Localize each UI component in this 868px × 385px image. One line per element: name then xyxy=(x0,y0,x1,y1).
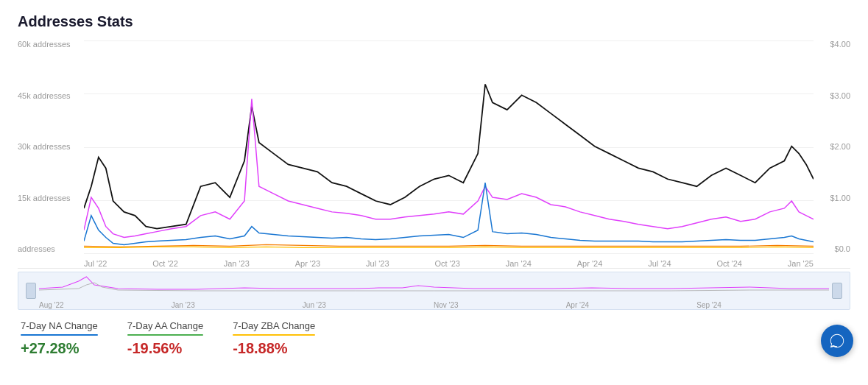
x-label-apr24: Apr '24 xyxy=(577,259,603,268)
stat-aa-value: -19.56% xyxy=(127,340,203,357)
x-label-oct23: Oct '23 xyxy=(434,259,460,268)
stat-na: 7-Day NA Change +27.28% xyxy=(21,320,98,357)
x-label-jul22: Jul '22 xyxy=(84,259,107,268)
mini-handle-left[interactable] xyxy=(26,283,36,299)
mini-x-nov23: Nov '23 xyxy=(434,301,459,309)
y-label-45k: 45k addresses xyxy=(18,92,71,100)
blue-line xyxy=(84,183,814,244)
x-label-jul24: Jul '24 xyxy=(648,259,671,268)
mini-x-jan23: Jan '23 xyxy=(172,301,195,309)
stat-zba-value: -18.88% xyxy=(233,340,315,357)
y-label-4: $4.00 xyxy=(830,40,850,49)
y-label-15k: 15k addresses xyxy=(18,194,71,202)
x-label-oct24: Oct '24 xyxy=(716,259,742,268)
chart-svg xyxy=(84,40,814,252)
stat-na-value: +27.28% xyxy=(21,340,98,357)
stat-aa-label: 7-Day AA Change xyxy=(127,320,203,331)
stat-aa: 7-Day AA Change -19.56% xyxy=(127,320,203,357)
stat-zba-underline xyxy=(233,334,315,336)
mini-x-apr24: Apr '24 xyxy=(566,301,589,309)
page-title: Addresses Stats xyxy=(18,13,850,30)
mini-chart-inner xyxy=(39,274,829,297)
y-label-2: $2.00 xyxy=(830,143,850,151)
pink-line xyxy=(84,99,814,237)
chat-icon xyxy=(829,333,845,349)
y-label-60k: 60k addresses xyxy=(18,40,71,49)
main-chart-area: 60k addresses 45k addresses 30k addresse… xyxy=(18,40,850,269)
mini-x-aug22: Aug '22 xyxy=(39,301,64,309)
black-line xyxy=(84,84,814,228)
y-axis-left: 60k addresses 45k addresses 30k addresse… xyxy=(18,40,84,253)
mini-x-axis: Aug '22 Jan '23 Jun '23 Nov '23 Apr '24 … xyxy=(39,301,829,309)
x-label-jan24: Jan '24 xyxy=(506,259,532,268)
page-container: Addresses Stats 60k addresses 45k addres… xyxy=(0,0,868,369)
stat-na-underline xyxy=(21,334,98,336)
x-label-apr23: Apr '23 xyxy=(295,259,321,268)
y-label-3: $3.00 xyxy=(830,92,850,100)
x-label-oct22: Oct '22 xyxy=(152,259,178,268)
y-label-1: $1.00 xyxy=(830,194,850,202)
x-label-jul23: Jul '23 xyxy=(366,259,389,268)
stat-aa-underline xyxy=(127,334,203,336)
stat-na-label: 7-Day NA Change xyxy=(21,320,98,331)
mini-handle-right[interactable] xyxy=(832,283,842,299)
stat-zba-label: 7-Day ZBA Change xyxy=(233,320,315,331)
mini-pink-line xyxy=(39,277,829,289)
mini-svg xyxy=(39,274,829,297)
mini-x-sep24: Sep '24 xyxy=(696,301,721,309)
y-label-0k: addresses xyxy=(18,245,55,253)
x-label-jan23: Jan '23 xyxy=(224,259,250,268)
y-label-0: $0.0 xyxy=(835,245,850,253)
gold-line xyxy=(84,247,814,247)
y-axis-right: $4.00 $3.00 $2.00 $1.00 $0.0 xyxy=(814,40,850,253)
chat-button[interactable] xyxy=(821,325,853,357)
y-label-30k: 30k addresses xyxy=(18,143,71,151)
stats-row: 7-Day NA Change +27.28% 7-Day AA Change … xyxy=(18,320,850,357)
mini-x-jun23: Jun '23 xyxy=(303,301,326,309)
stat-zba: 7-Day ZBA Change -18.88% xyxy=(233,320,315,357)
mini-chart: Aug '22 Jan '23 Jun '23 Nov '23 Apr '24 … xyxy=(18,272,850,310)
x-label-jan25: Jan '25 xyxy=(788,259,814,268)
x-axis: Jul '22 Oct '22 Jan '23 Apr '23 Jul '23 … xyxy=(84,259,814,268)
